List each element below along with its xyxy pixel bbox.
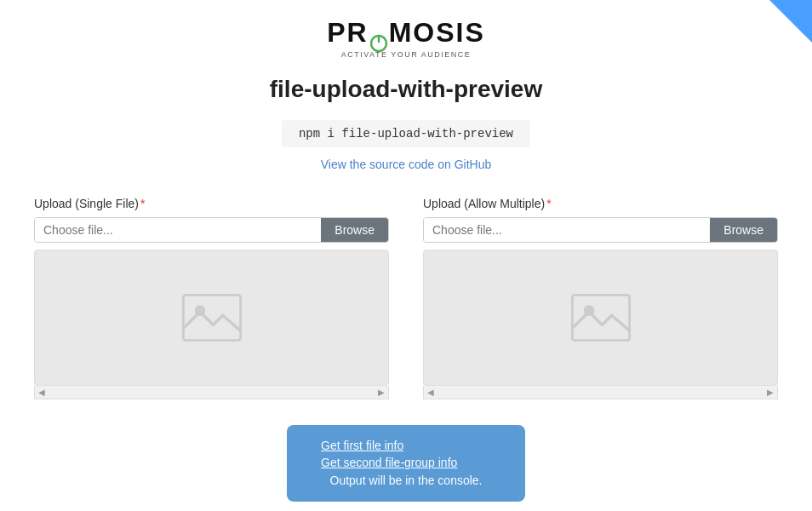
github-link[interactable]: View the source code on GitHub [321,158,492,171]
svg-rect-2 [183,295,240,340]
file-input-single: Browse [34,217,389,243]
upload-multiple-label: Upload (Allow Multiple)* [423,197,778,210]
scroll-indicator-single: ◀ ▶ [34,386,389,399]
file-name-single[interactable] [35,218,321,242]
scroll-right-single[interactable]: ▶ [378,388,385,397]
get-second-file-group-info-button[interactable]: Get second file-group info [321,456,457,469]
scroll-indicator-multiple: ◀ ▶ [423,386,778,399]
scroll-left-multiple[interactable]: ◀ [427,388,434,397]
upload-single-group: Upload (Single File)* Browse ◀ ▶ [34,197,389,399]
browse-multiple-button[interactable]: Browse [710,218,777,242]
logo-tagline: ACTIVATE YOUR AUDIENCE [327,50,485,59]
file-name-multiple[interactable] [424,218,710,242]
info-panel: Get first file info Get second file-grou… [287,425,525,502]
console-output-text: Output will be in the console. [330,474,483,487]
svg-rect-4 [572,295,629,340]
image-placeholder-single [182,292,242,343]
upload-single-label: Upload (Single File)* [34,197,389,210]
corner-badge [769,0,812,43]
scroll-left-single[interactable]: ◀ [38,388,45,397]
page-title: file-upload-with-preview [270,76,542,103]
browse-single-button[interactable]: Browse [321,218,388,242]
upload-multiple-group: Upload (Allow Multiple)* Browse ◀ ▶ [423,197,778,399]
image-placeholder-multiple [571,292,631,343]
scroll-right-multiple[interactable]: ▶ [767,388,774,397]
file-input-multiple: Browse [423,217,778,243]
upload-section: Upload (Single File)* Browse ◀ ▶ [34,197,778,399]
logo: PR MOSIS ACTIVATE YOUR AUDIENCE [327,17,485,59]
preview-single [34,250,389,386]
npm-command: npm i file-upload-with-preview [282,120,530,147]
get-first-file-info-button[interactable]: Get first file info [321,439,403,452]
preview-multiple [423,250,778,386]
